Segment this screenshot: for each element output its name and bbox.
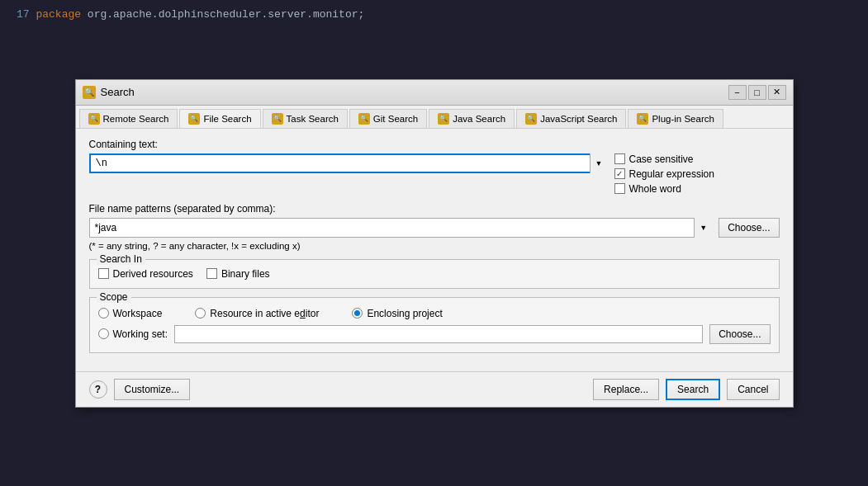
resource-in-active-editor-label: Resource in active editor — [210, 308, 319, 319]
regular-expression-row: Regular expression — [614, 168, 780, 180]
binary-files-row: Binary files — [206, 268, 270, 280]
search-dialog: 🔍 Search − □ ✕ 🔍 Remote Search 🔍 File Se… — [75, 79, 794, 408]
resource-in-active-editor-radio-row: Resource in active editor — [195, 308, 319, 319]
regular-expression-checkbox[interactable] — [614, 168, 625, 179]
maximize-button[interactable]: □ — [748, 85, 766, 100]
file-name-dropdown-arrow[interactable]: ▼ — [694, 218, 712, 238]
working-set-label: Working set: — [113, 328, 168, 340]
file-search-tab-icon: 🔍 — [188, 113, 200, 125]
case-sensitive-checkbox[interactable] — [614, 153, 625, 164]
plugin-search-tab-icon: 🔍 — [637, 113, 648, 125]
binary-files-checkbox[interactable] — [206, 268, 217, 279]
tab-file-search[interactable]: 🔍 File Search — [179, 109, 260, 129]
minimize-button[interactable]: − — [728, 85, 747, 100]
tab-javascript-search[interactable]: 🔍 JavaScript Search — [516, 109, 626, 128]
git-search-tab-icon: 🔍 — [358, 113, 370, 125]
search-in-label: Search In — [97, 253, 145, 265]
containing-text-input[interactable] — [89, 153, 608, 173]
replace-button[interactable]: Replace... — [593, 379, 659, 400]
remote-search-tab-label: Remote Search — [103, 114, 169, 124]
regular-expression-label: Regular expression — [629, 168, 714, 180]
tab-remote-search[interactable]: 🔍 Remote Search — [79, 109, 178, 128]
file-search-tab-label: File Search — [203, 114, 251, 124]
working-set-radio[interactable] — [98, 328, 109, 339]
derived-resources-row: Derived resources — [98, 268, 193, 280]
tab-task-search[interactable]: 🔍 Task Search — [263, 109, 348, 128]
java-search-tab-label: Java Search — [453, 114, 505, 124]
scope-group: Scope Workspace Resource in active edito… — [89, 297, 780, 353]
task-search-tab-icon: 🔍 — [272, 113, 283, 125]
search-in-content: Derived resources Binary files — [98, 265, 771, 280]
enclosing-project-label: Enclosing project — [367, 308, 442, 319]
window-controls: − □ ✕ — [728, 85, 786, 100]
tab-java-search[interactable]: 🔍 Java Search — [429, 109, 515, 128]
plugin-search-tab-label: Plug-in Search — [652, 114, 714, 124]
remote-search-tab-icon: 🔍 — [88, 113, 100, 125]
search-in-group: Search In Derived resources Binary files — [89, 259, 780, 289]
task-search-tab-label: Task Search — [287, 114, 339, 124]
dialog-content: Containing text: ▼ Case sensitive Regu — [76, 129, 793, 371]
derived-resources-checkbox[interactable] — [98, 268, 109, 279]
title-bar: 🔍 Search − □ ✕ — [76, 80, 793, 106]
cancel-button[interactable]: Cancel — [727, 379, 779, 400]
resource-in-active-editor-radio[interactable] — [195, 308, 206, 318]
file-name-choose-button[interactable]: Choose... — [719, 218, 779, 238]
file-name-label: File name patterns (separated by comma): — [89, 203, 780, 215]
scope-label: Scope — [97, 291, 131, 303]
git-search-tab-label: Git Search — [373, 114, 418, 124]
working-set-radio-row: Working set: — [98, 328, 168, 340]
javascript-search-tab-icon: 🔍 — [525, 113, 537, 125]
java-search-tab-icon: 🔍 — [438, 113, 449, 125]
whole-word-checkbox[interactable] — [614, 183, 625, 194]
tabs-bar: 🔍 Remote Search 🔍 File Search 🔍 Task Sea… — [76, 106, 793, 129]
dialog-title: Search — [101, 86, 135, 98]
workspace-radio[interactable] — [98, 308, 109, 318]
search-button[interactable]: Search — [666, 379, 720, 400]
file-name-hint: (* = any string, ? = any character, !x =… — [89, 241, 780, 251]
tab-git-search[interactable]: 🔍 Git Search — [349, 109, 427, 128]
containing-text-label: Containing text: — [89, 139, 780, 150]
whole-word-label: Whole word — [629, 183, 681, 195]
help-button[interactable]: ? — [89, 380, 107, 399]
javascript-search-tab-label: JavaScript Search — [540, 114, 617, 124]
workspace-radio-row: Workspace — [98, 308, 163, 319]
whole-word-row: Whole word — [614, 183, 780, 195]
customize-button[interactable]: Customize... — [114, 379, 191, 400]
workspace-label: Workspace — [113, 308, 163, 319]
binary-files-label: Binary files — [221, 268, 270, 280]
case-sensitive-label: Case sensitive — [629, 153, 694, 165]
dialog-icon: 🔍 — [83, 86, 96, 99]
case-sensitive-row: Case sensitive — [614, 153, 780, 165]
file-name-input[interactable] — [89, 218, 713, 238]
bottom-bar: ? Customize... Replace... Search Cancel — [76, 371, 793, 407]
working-set-input[interactable] — [174, 325, 703, 343]
enclosing-project-radio[interactable] — [352, 308, 363, 318]
enclosing-project-radio-row: Enclosing project — [352, 308, 442, 319]
working-set-choose-button[interactable]: Choose... — [709, 324, 770, 344]
search-options: Case sensitive Regular expression Whole … — [614, 153, 780, 195]
containing-text-dropdown-arrow[interactable]: ▼ — [590, 153, 608, 173]
derived-resources-label: Derived resources — [113, 268, 193, 280]
tab-plugin-search[interactable]: 🔍 Plug-in Search — [628, 109, 723, 128]
close-button[interactable]: ✕ — [768, 85, 786, 100]
